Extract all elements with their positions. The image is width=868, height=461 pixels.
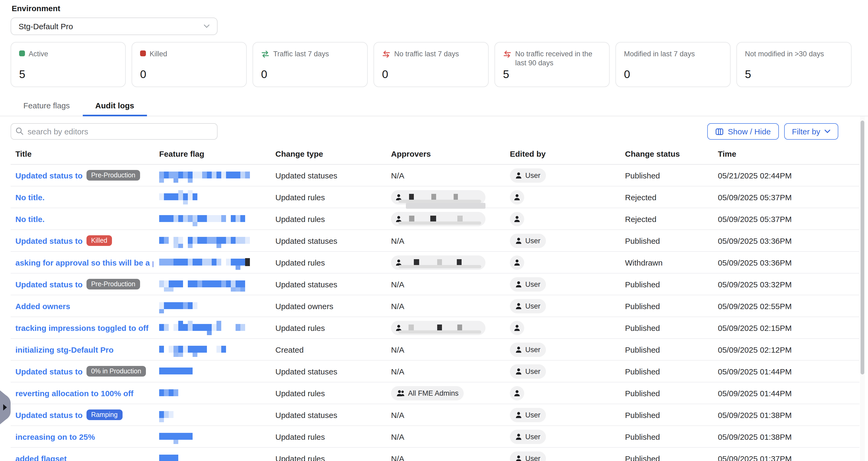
audit-log-table: Title Feature flag Change type Approvers…: [10, 143, 860, 461]
redacted-text-blur: [399, 199, 481, 203]
editor-pill[interactable]: User: [510, 277, 546, 291]
redacted-text-blur: [399, 330, 481, 333]
stat-card-label: Modified in last 7 days: [624, 49, 695, 58]
feature-flag-redacted[interactable]: [159, 276, 245, 292]
audit-title-link[interactable]: Added owners: [16, 301, 70, 311]
feature-flag-redacted[interactable]: [159, 363, 194, 379]
audit-title-link[interactable]: added flagset: [16, 454, 67, 461]
change-status-cell: Rejected: [625, 193, 718, 202]
feature-flag-redacted[interactable]: [159, 407, 174, 423]
audit-title-link[interactable]: Updated status to: [16, 280, 83, 289]
approver-pill-redacted[interactable]: [391, 212, 486, 226]
feature-flag-redacted[interactable]: [159, 167, 253, 183]
feature-flag-redacted[interactable]: [159, 385, 183, 401]
feature-flag-redacted[interactable]: [159, 254, 254, 270]
editor-pill[interactable]: User: [510, 408, 546, 422]
editor-pill[interactable]: User: [510, 342, 546, 357]
change-type-cell: Updated owners: [275, 301, 391, 311]
tab-bar: Feature flagsAudit logs: [0, 95, 868, 116]
table-body: Updated status toPre-ProductionUpdated s…: [10, 165, 860, 461]
tab-audit-logs[interactable]: Audit logs: [83, 95, 147, 116]
change-status-cell: Published: [625, 301, 718, 311]
editor-pill-anonymous[interactable]: [510, 255, 524, 269]
environment-select[interactable]: Stg-Default Pro: [10, 18, 218, 35]
editor-name: User: [525, 433, 540, 440]
editor-pill[interactable]: User: [510, 299, 546, 313]
editor-pill-anonymous[interactable]: [510, 320, 524, 335]
audit-title-link[interactable]: asking for approval so this will be a pe: [16, 258, 153, 267]
audit-title-link[interactable]: Updated status to: [16, 236, 83, 245]
approvers-na: N/A: [391, 345, 404, 354]
audit-title-link[interactable]: No title.: [16, 193, 44, 202]
editor-pill[interactable]: User: [510, 451, 546, 461]
table-header-row: Title Feature flag Change type Approvers…: [10, 143, 860, 165]
feature-flag-redacted[interactable]: [159, 451, 183, 461]
feature-flag-redacted[interactable]: [159, 298, 199, 314]
change-status-cell: Rejected: [625, 214, 718, 223]
audit-title-link[interactable]: Updated status to: [16, 171, 83, 180]
approver-pill-redacted[interactable]: [391, 190, 486, 204]
audit-title-link[interactable]: initializing stg-Default Pro: [16, 345, 114, 354]
approver-group-pill[interactable]: All FME Admins: [391, 386, 464, 400]
feature-flag-redacted[interactable]: [159, 342, 229, 357]
scrollbar-thumb[interactable]: [861, 120, 864, 374]
approvers-na: N/A: [391, 454, 404, 461]
feature-flag-redacted[interactable]: [159, 429, 194, 444]
editor-pill-anonymous[interactable]: [510, 212, 524, 226]
time-cell: 05/21/2025 02:44PM: [718, 171, 860, 180]
editor-pill[interactable]: User: [510, 233, 546, 248]
feature-flag-redacted[interactable]: [159, 211, 245, 227]
stat-card-6: Modified in last 7 days0: [616, 42, 731, 87]
change-status-cell: Published: [625, 388, 718, 398]
change-status-cell: Withdrawn: [625, 258, 718, 267]
audit-logs-page: Environment Stg-Default Pro Active5Kille…: [0, 4, 868, 461]
feature-flag-redacted[interactable]: [159, 320, 248, 336]
editor-pill-anonymous[interactable]: [510, 386, 524, 400]
audit-title-link[interactable]: reverting allocation to 100% off: [16, 388, 133, 398]
editor-pill[interactable]: User: [510, 168, 546, 182]
editor-name: User: [525, 454, 540, 461]
feature-flag-redacted[interactable]: [159, 189, 199, 205]
approver-pill-redacted[interactable]: [391, 320, 486, 335]
redacted-text-blur: [399, 265, 481, 268]
change-status-cell: Published: [625, 410, 718, 419]
no-traffic-arrows-icon: [382, 50, 391, 58]
time-cell: 05/09/2025 01:38PM: [718, 432, 860, 441]
sidebar-expand-handle[interactable]: [0, 391, 11, 424]
table-row: No title.Updated rulesRejected05/09/2025…: [10, 208, 860, 230]
tab-feature-flags[interactable]: Feature flags: [10, 95, 83, 116]
stat-card-value: 0: [140, 68, 238, 81]
vertical-scrollbar[interactable]: [860, 116, 865, 461]
search-input[interactable]: [10, 123, 218, 140]
editor-name: User: [525, 345, 540, 353]
feature-flag-redacted[interactable]: [159, 233, 253, 249]
table-row: Updated status toPre-ProductionUpdated s…: [10, 273, 860, 295]
show-hide-columns-button[interactable]: Show / Hide: [707, 123, 779, 140]
person-icon: [515, 455, 522, 461]
filter-by-label: Filter by: [792, 127, 820, 136]
change-status-cell: Published: [625, 345, 718, 354]
person-icon: [514, 390, 521, 397]
audit-title-link[interactable]: increasing on to 25%: [16, 432, 95, 441]
table-row: tracking impressions toggled to offUpdat…: [10, 317, 860, 339]
editor-name: User: [525, 411, 540, 419]
column-header-edited-by: Edited by: [510, 149, 625, 158]
audit-title-link[interactable]: tracking impressions toggled to off: [16, 323, 149, 332]
person-icon: [515, 368, 522, 375]
approvers-na: N/A: [391, 280, 404, 289]
editor-pill[interactable]: User: [510, 364, 546, 378]
audit-title-link[interactable]: Updated status to: [16, 410, 83, 419]
column-header-time: Time: [718, 149, 860, 158]
approver-pill-redacted[interactable]: [391, 255, 486, 269]
editor-pill[interactable]: User: [510, 429, 546, 444]
audit-title-link[interactable]: Updated status to: [16, 367, 83, 376]
stat-card-value: 5: [19, 68, 117, 81]
filter-by-button[interactable]: Filter by: [784, 123, 838, 140]
chevron-down-icon: [825, 129, 830, 133]
change-type-cell: Updated statuses: [275, 410, 391, 419]
approvers-na: N/A: [391, 236, 404, 245]
editor-pill-anonymous[interactable]: [510, 190, 524, 204]
audit-title-link[interactable]: No title.: [16, 214, 44, 223]
stat-card-2: Killed0: [131, 42, 247, 87]
table-row: reverting allocation to 100% offUpdated …: [10, 382, 860, 404]
